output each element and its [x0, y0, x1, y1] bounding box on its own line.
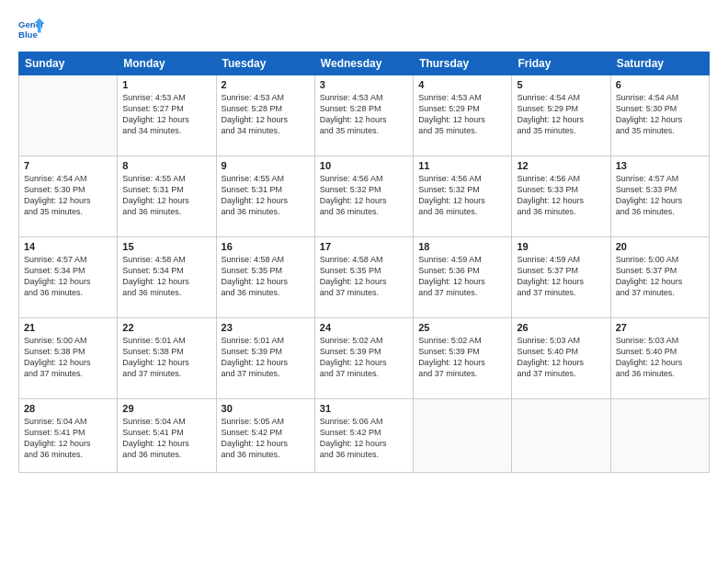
day-number: 7 [24, 160, 112, 171]
day-cell: 2Sunrise: 4:53 AMSunset: 5:28 PMDaylight… [216, 75, 314, 156]
day-cell: 4Sunrise: 4:53 AMSunset: 5:29 PMDaylight… [414, 75, 512, 156]
day-info: Sunrise: 5:05 AMSunset: 5:42 PMDaylight:… [222, 416, 310, 461]
week-row-3: 14Sunrise: 4:57 AMSunset: 5:34 PMDayligh… [19, 237, 710, 318]
day-cell: 19Sunrise: 4:59 AMSunset: 5:37 PMDayligh… [512, 237, 610, 318]
week-row-5: 28Sunrise: 5:04 AMSunset: 5:41 PMDayligh… [19, 399, 710, 473]
weekday-saturday: Saturday [610, 52, 709, 75]
day-info: Sunrise: 4:56 AMSunset: 5:32 PMDaylight:… [418, 173, 506, 218]
day-number: 22 [122, 322, 210, 333]
svg-text:Blue: Blue [18, 29, 38, 40]
day-cell [19, 75, 118, 156]
day-number: 29 [122, 403, 210, 414]
day-number: 16 [222, 241, 310, 252]
day-number: 10 [320, 160, 408, 171]
day-cell: 20Sunrise: 5:00 AMSunset: 5:37 PMDayligh… [610, 237, 709, 318]
day-cell: 24Sunrise: 5:02 AMSunset: 5:39 PMDayligh… [314, 318, 413, 399]
weekday-friday: Friday [512, 52, 610, 75]
day-number: 30 [222, 403, 310, 414]
day-cell: 11Sunrise: 4:56 AMSunset: 5:32 PMDayligh… [414, 156, 512, 237]
day-info: Sunrise: 4:58 AMSunset: 5:35 PMDaylight:… [222, 254, 310, 299]
day-number: 4 [418, 79, 506, 90]
day-cell: 10Sunrise: 4:56 AMSunset: 5:32 PMDayligh… [314, 156, 413, 237]
day-cell: 27Sunrise: 5:03 AMSunset: 5:40 PMDayligh… [610, 318, 709, 399]
day-number: 26 [517, 322, 605, 333]
day-info: Sunrise: 4:57 AMSunset: 5:33 PMDaylight:… [616, 173, 704, 218]
day-info: Sunrise: 5:01 AMSunset: 5:38 PMDaylight:… [122, 335, 210, 380]
day-info: Sunrise: 5:02 AMSunset: 5:39 PMDaylight:… [418, 335, 506, 380]
day-info: Sunrise: 4:53 AMSunset: 5:28 PMDaylight:… [320, 92, 408, 137]
day-number: 25 [418, 322, 506, 333]
day-number: 18 [418, 241, 506, 252]
day-number: 1 [122, 79, 210, 90]
day-info: Sunrise: 4:58 AMSunset: 5:35 PMDaylight:… [320, 254, 408, 299]
day-cell: 28Sunrise: 5:04 AMSunset: 5:41 PMDayligh… [19, 399, 118, 473]
day-cell: 29Sunrise: 5:04 AMSunset: 5:41 PMDayligh… [118, 399, 216, 473]
day-info: Sunrise: 5:00 AMSunset: 5:38 PMDaylight:… [24, 335, 112, 380]
day-info: Sunrise: 4:55 AMSunset: 5:31 PMDaylight:… [222, 173, 310, 218]
logo-icon: General Blue [18, 17, 44, 42]
day-cell [512, 399, 610, 473]
day-info: Sunrise: 4:54 AMSunset: 5:29 PMDaylight:… [517, 92, 605, 137]
day-info: Sunrise: 5:06 AMSunset: 5:42 PMDaylight:… [320, 416, 408, 461]
day-cell: 16Sunrise: 4:58 AMSunset: 5:35 PMDayligh… [216, 237, 314, 318]
day-cell: 30Sunrise: 5:05 AMSunset: 5:42 PMDayligh… [216, 399, 314, 473]
day-number: 20 [616, 241, 704, 252]
day-number: 24 [320, 322, 408, 333]
day-info: Sunrise: 4:53 AMSunset: 5:27 PMDaylight:… [122, 92, 210, 137]
day-number: 13 [616, 160, 704, 171]
weekday-tuesday: Tuesday [216, 52, 314, 75]
day-info: Sunrise: 4:59 AMSunset: 5:37 PMDaylight:… [517, 254, 605, 299]
day-cell: 22Sunrise: 5:01 AMSunset: 5:38 PMDayligh… [118, 318, 216, 399]
day-info: Sunrise: 5:04 AMSunset: 5:41 PMDaylight:… [24, 416, 112, 461]
week-row-2: 7Sunrise: 4:54 AMSunset: 5:30 PMDaylight… [19, 156, 710, 237]
day-cell: 6Sunrise: 4:54 AMSunset: 5:30 PMDaylight… [610, 75, 709, 156]
day-number: 28 [24, 403, 112, 414]
page: General Blue SundayMondayTuesdayWednesda… [0, 0, 728, 563]
day-cell: 12Sunrise: 4:56 AMSunset: 5:33 PMDayligh… [512, 156, 610, 237]
day-cell [414, 399, 512, 473]
day-number: 31 [320, 403, 408, 414]
day-info: Sunrise: 5:04 AMSunset: 5:41 PMDaylight:… [122, 416, 210, 461]
day-number: 14 [24, 241, 112, 252]
weekday-wednesday: Wednesday [314, 52, 413, 75]
day-cell: 14Sunrise: 4:57 AMSunset: 5:34 PMDayligh… [19, 237, 118, 318]
day-info: Sunrise: 4:58 AMSunset: 5:34 PMDaylight:… [122, 254, 210, 299]
day-number: 6 [616, 79, 704, 90]
day-cell: 15Sunrise: 4:58 AMSunset: 5:34 PMDayligh… [118, 237, 216, 318]
day-info: Sunrise: 4:54 AMSunset: 5:30 PMDaylight:… [24, 173, 112, 218]
day-info: Sunrise: 5:00 AMSunset: 5:37 PMDaylight:… [616, 254, 704, 299]
day-number: 17 [320, 241, 408, 252]
day-cell: 21Sunrise: 5:00 AMSunset: 5:38 PMDayligh… [19, 318, 118, 399]
weekday-thursday: Thursday [414, 52, 512, 75]
day-number: 15 [122, 241, 210, 252]
day-cell: 5Sunrise: 4:54 AMSunset: 5:29 PMDaylight… [512, 75, 610, 156]
day-number: 8 [122, 160, 210, 171]
day-cell: 23Sunrise: 5:01 AMSunset: 5:39 PMDayligh… [216, 318, 314, 399]
day-cell: 3Sunrise: 4:53 AMSunset: 5:28 PMDaylight… [314, 75, 413, 156]
day-info: Sunrise: 5:03 AMSunset: 5:40 PMDaylight:… [517, 335, 605, 380]
day-info: Sunrise: 4:55 AMSunset: 5:31 PMDaylight:… [122, 173, 210, 218]
day-number: 5 [517, 79, 605, 90]
weekday-header-row: SundayMondayTuesdayWednesdayThursdayFrid… [19, 52, 710, 75]
day-info: Sunrise: 4:56 AMSunset: 5:33 PMDaylight:… [517, 173, 605, 218]
calendar-table: SundayMondayTuesdayWednesdayThursdayFrid… [18, 52, 710, 473]
day-cell: 9Sunrise: 4:55 AMSunset: 5:31 PMDaylight… [216, 156, 314, 237]
day-cell: 13Sunrise: 4:57 AMSunset: 5:33 PMDayligh… [610, 156, 709, 237]
day-number: 12 [517, 160, 605, 171]
day-info: Sunrise: 4:56 AMSunset: 5:32 PMDaylight:… [320, 173, 408, 218]
day-number: 11 [418, 160, 506, 171]
day-number: 2 [222, 79, 310, 90]
day-info: Sunrise: 5:03 AMSunset: 5:40 PMDaylight:… [616, 335, 704, 380]
day-cell: 1Sunrise: 4:53 AMSunset: 5:27 PMDaylight… [118, 75, 216, 156]
day-cell: 25Sunrise: 5:02 AMSunset: 5:39 PMDayligh… [414, 318, 512, 399]
day-number: 27 [616, 322, 704, 333]
day-number: 19 [517, 241, 605, 252]
day-cell: 18Sunrise: 4:59 AMSunset: 5:36 PMDayligh… [414, 237, 512, 318]
week-row-4: 21Sunrise: 5:00 AMSunset: 5:38 PMDayligh… [19, 318, 710, 399]
day-info: Sunrise: 4:54 AMSunset: 5:30 PMDaylight:… [616, 92, 704, 137]
day-info: Sunrise: 5:02 AMSunset: 5:39 PMDaylight:… [320, 335, 408, 380]
day-info: Sunrise: 4:57 AMSunset: 5:34 PMDaylight:… [24, 254, 112, 299]
day-info: Sunrise: 5:01 AMSunset: 5:39 PMDaylight:… [222, 335, 310, 380]
day-number: 9 [222, 160, 310, 171]
day-cell: 31Sunrise: 5:06 AMSunset: 5:42 PMDayligh… [314, 399, 413, 473]
